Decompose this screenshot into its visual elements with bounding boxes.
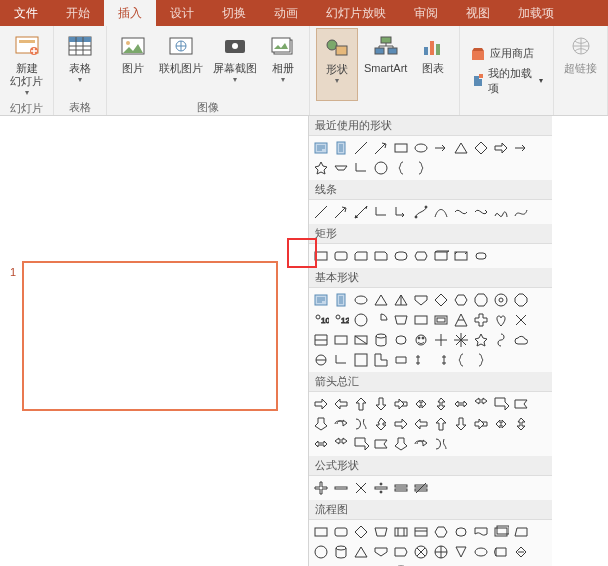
shape-item[interactable] — [511, 330, 531, 350]
tab-review[interactable]: 审阅 — [400, 0, 452, 26]
shape-item[interactable] — [331, 290, 351, 310]
shape-item[interactable] — [451, 246, 471, 266]
shape-item[interactable] — [371, 246, 391, 266]
shape-item[interactable]: 10 — [311, 310, 331, 330]
shape-item[interactable] — [491, 290, 511, 310]
shape-item[interactable] — [491, 310, 511, 330]
shape-item[interactable] — [471, 330, 491, 350]
shape-item[interactable] — [371, 290, 391, 310]
shape-item[interactable] — [371, 478, 391, 498]
shape-item[interactable] — [431, 522, 451, 542]
shape-item[interactable] — [431, 290, 451, 310]
shape-item[interactable] — [471, 522, 491, 542]
picture-button[interactable]: 图片 — [113, 28, 153, 98]
shape-item[interactable]: 12 — [331, 310, 351, 330]
shape-item[interactable] — [311, 394, 331, 414]
shape-item[interactable] — [351, 202, 371, 222]
shapes-gallery[interactable]: 最近使用的形状线条矩形基本形状1012箭头总汇公式形状流程图 — [308, 116, 552, 566]
myaddins-button[interactable]: 我的加载项 ▾ — [470, 66, 543, 96]
shape-item[interactable] — [311, 414, 331, 434]
shape-item[interactable] — [371, 158, 391, 178]
shape-item[interactable] — [331, 562, 351, 566]
shape-item[interactable] — [331, 246, 351, 266]
shape-item[interactable] — [431, 330, 451, 350]
shape-item[interactable] — [311, 350, 331, 370]
shape-item[interactable] — [311, 522, 331, 542]
shape-item[interactable] — [391, 522, 411, 542]
shape-item[interactable] — [351, 562, 371, 566]
shape-item[interactable] — [331, 138, 351, 158]
shape-item[interactable] — [511, 202, 531, 222]
shape-item[interactable] — [491, 138, 511, 158]
shape-item[interactable] — [351, 290, 371, 310]
shape-item[interactable] — [511, 522, 531, 542]
shape-item[interactable] — [371, 138, 391, 158]
tab-home[interactable]: 开始 — [52, 0, 104, 26]
shape-item[interactable] — [391, 542, 411, 562]
tab-insert[interactable]: 插入 — [104, 0, 156, 26]
shape-item[interactable] — [431, 414, 451, 434]
shape-item[interactable] — [311, 290, 331, 310]
tab-view[interactable]: 视图 — [452, 0, 504, 26]
shape-item[interactable] — [311, 434, 331, 454]
shape-item[interactable] — [331, 202, 351, 222]
shape-item[interactable] — [391, 434, 411, 454]
shape-item[interactable] — [451, 310, 471, 330]
shape-item[interactable] — [351, 478, 371, 498]
shape-item[interactable] — [371, 434, 391, 454]
shape-item[interactable] — [351, 350, 371, 370]
shape-item[interactable] — [311, 158, 331, 178]
shape-item[interactable] — [451, 414, 471, 434]
shape-item[interactable] — [351, 310, 371, 330]
shape-item[interactable] — [411, 158, 431, 178]
shape-item[interactable] — [331, 158, 351, 178]
shape-item[interactable] — [371, 414, 391, 434]
shape-item[interactable] — [331, 394, 351, 414]
shape-item[interactable] — [471, 310, 491, 330]
chart-button[interactable]: 图表 — [413, 28, 453, 101]
shape-item[interactable] — [371, 330, 391, 350]
slide-thumbnail[interactable] — [22, 261, 278, 411]
shape-item[interactable] — [411, 394, 431, 414]
shape-item[interactable] — [411, 330, 431, 350]
shape-item[interactable] — [371, 394, 391, 414]
shape-item[interactable] — [371, 310, 391, 330]
shape-item[interactable] — [331, 478, 351, 498]
shape-item[interactable] — [391, 246, 411, 266]
shape-item[interactable] — [411, 542, 431, 562]
shape-item[interactable] — [411, 478, 431, 498]
shape-item[interactable] — [391, 138, 411, 158]
shape-item[interactable] — [351, 414, 371, 434]
shape-item[interactable] — [451, 138, 471, 158]
shape-item[interactable] — [351, 246, 371, 266]
shape-item[interactable] — [511, 542, 531, 562]
shape-item[interactable] — [451, 350, 471, 370]
shape-item[interactable] — [351, 542, 371, 562]
shape-item[interactable] — [331, 434, 351, 454]
shape-item[interactable] — [471, 350, 491, 370]
tab-file[interactable]: 文件 — [0, 0, 52, 26]
shape-item[interactable] — [391, 330, 411, 350]
shape-item[interactable] — [311, 478, 331, 498]
shape-item[interactable] — [411, 290, 431, 310]
online-picture-button[interactable]: 联机图片 — [155, 28, 207, 98]
tab-animation[interactable]: 动画 — [260, 0, 312, 26]
shape-item[interactable] — [371, 350, 391, 370]
shape-item[interactable] — [471, 138, 491, 158]
shapes-button[interactable]: 形状 ▾ — [316, 28, 358, 101]
shape-item[interactable] — [311, 542, 331, 562]
shape-item[interactable] — [331, 522, 351, 542]
shape-item[interactable] — [351, 434, 371, 454]
shape-item[interactable] — [411, 562, 431, 566]
shape-item[interactable] — [331, 330, 351, 350]
shape-item[interactable] — [411, 310, 431, 330]
shape-item[interactable] — [491, 394, 511, 414]
shape-item[interactable] — [471, 290, 491, 310]
shape-item[interactable] — [311, 138, 331, 158]
shape-item[interactable] — [491, 202, 511, 222]
shape-item[interactable] — [471, 542, 491, 562]
table-button[interactable]: 表格 ▾ — [60, 28, 100, 98]
shape-item[interactable] — [411, 522, 431, 542]
shape-item[interactable] — [511, 138, 531, 158]
shape-item[interactable] — [351, 158, 371, 178]
